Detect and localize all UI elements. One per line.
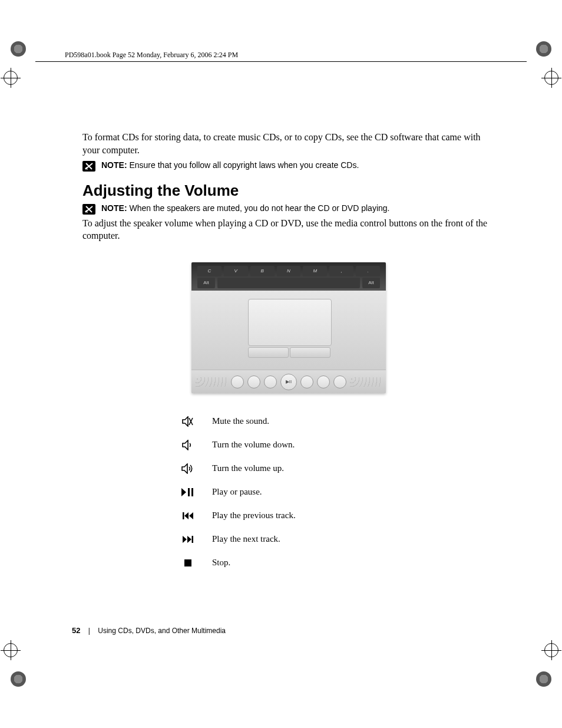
key: .	[356, 266, 380, 276]
media-button-next	[317, 375, 330, 388]
registration-mark	[544, 71, 558, 85]
header-rule	[35, 61, 527, 62]
note-icon	[82, 204, 95, 215]
touchpad-buttons	[248, 347, 330, 358]
palmrest	[191, 291, 386, 370]
key: ,	[329, 266, 353, 276]
legend-row-playpause: Play or pause.	[181, 480, 382, 504]
legend-label: Stop.	[212, 558, 230, 568]
content-area: To format CDs for storing data, to creat…	[82, 131, 495, 575]
key: C	[197, 266, 222, 276]
page: PD598a01.book Page 52 Monday, February 6…	[0, 0, 562, 728]
print-mark	[536, 41, 551, 57]
legend-row-volup: Turn the volume up.	[181, 457, 382, 480]
registration-mark	[4, 71, 18, 85]
next-track-icon	[181, 536, 194, 543]
mute-icon	[181, 416, 194, 427]
body-paragraph: To adjust the speaker volume when playin…	[82, 217, 495, 242]
media-control-bar: ▶II	[191, 370, 386, 393]
svg-rect-2	[183, 512, 184, 519]
registration-mark	[4, 643, 18, 657]
svg-rect-0	[188, 488, 190, 496]
svg-rect-1	[191, 488, 193, 496]
footer-separator: |	[88, 627, 90, 635]
legend-label: Play or pause.	[212, 487, 262, 497]
legend-row-next: Play the next track.	[181, 528, 382, 551]
running-header: PD598a01.book Page 52 Monday, February 6…	[65, 51, 238, 60]
volume-down-icon	[181, 440, 194, 450]
laptop-photo: C V B N M , . AltAlt ▶II	[191, 262, 386, 393]
key: V	[224, 266, 248, 276]
svg-rect-4	[184, 559, 191, 566]
intro-paragraph: To format CDs for storing data, to creat…	[82, 131, 495, 156]
media-button-stop	[333, 375, 346, 388]
svg-rect-3	[192, 536, 194, 543]
key: N	[277, 266, 301, 276]
legend-label: Play the previous track.	[212, 510, 296, 521]
legend-label: Play the next track.	[212, 534, 280, 544]
stop-icon	[181, 559, 194, 566]
media-button-playpause: ▶II	[280, 374, 297, 390]
media-button-prev	[300, 375, 313, 388]
print-mark	[536, 671, 551, 687]
speaker-grille	[350, 377, 382, 387]
media-button-voldown	[247, 375, 260, 388]
media-button-volup	[264, 375, 277, 388]
legend-row-voldown: Turn the volume down.	[181, 433, 382, 457]
section-heading: Adjusting the Volume	[82, 182, 495, 199]
note-text: NOTE: When the speakers are muted, you d…	[101, 203, 389, 214]
section-title: Using CDs, DVDs, and Other Multimedia	[98, 627, 226, 635]
registration-mark	[544, 643, 558, 657]
print-mark	[11, 671, 26, 687]
legend-row-prev: Play the previous track.	[181, 504, 382, 528]
media-button-mute	[231, 375, 244, 388]
note-text: NOTE: Ensure that you follow all copyrig…	[101, 160, 359, 171]
page-number: 52	[72, 626, 80, 635]
previous-track-icon	[181, 512, 194, 519]
keyboard: C V B N M , . AltAlt	[191, 262, 386, 291]
volume-up-icon	[181, 463, 194, 474]
note-muted: NOTE: When the speakers are muted, you d…	[82, 203, 495, 215]
speaker-grille	[196, 377, 227, 387]
legend-row-stop: Stop.	[181, 551, 382, 575]
note-copyright: NOTE: Ensure that you follow all copyrig…	[82, 160, 495, 172]
key: B	[250, 266, 275, 276]
button-legend: Mute the sound. Turn the volume down. Tu…	[181, 410, 382, 575]
legend-label: Mute the sound.	[212, 416, 269, 426]
note-icon	[82, 161, 95, 172]
touchpad	[248, 299, 332, 346]
page-footer: 52 | Using CDs, DVDs, and Other Multimed…	[72, 626, 226, 635]
key-row: C V B N M , .	[191, 262, 386, 276]
key: M	[303, 266, 327, 276]
legend-label: Turn the volume down.	[212, 440, 295, 450]
play-pause-icon	[181, 488, 194, 496]
legend-row-mute: Mute the sound.	[181, 410, 382, 433]
legend-label: Turn the volume up.	[212, 463, 284, 473]
print-mark	[11, 41, 26, 57]
